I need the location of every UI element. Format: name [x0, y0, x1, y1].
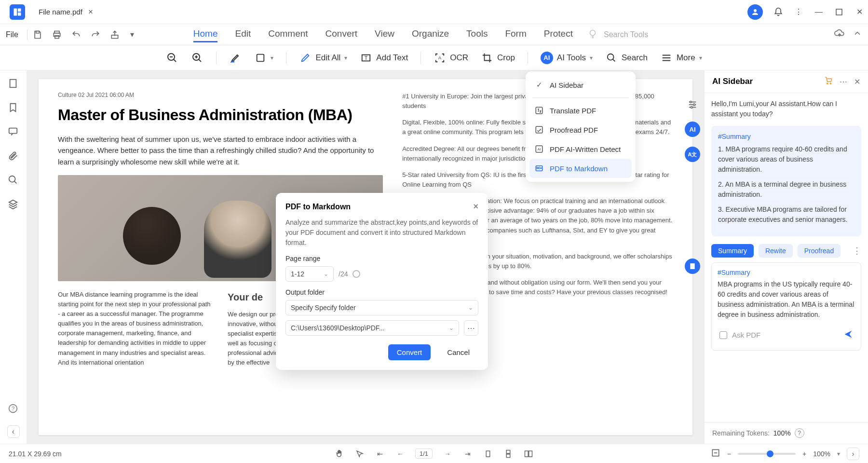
bookmarks-icon[interactable] — [8, 102, 19, 114]
add-text-button[interactable]: TAdd Text — [360, 52, 408, 64]
translate-badge-icon[interactable]: A文 — [685, 147, 700, 162]
ai-tools-button[interactable]: AIAI Tools▾ — [541, 52, 593, 64]
tokens-value: 100% — [773, 429, 791, 437]
next-page-icon[interactable]: → — [442, 449, 453, 459]
hand-tool-icon[interactable] — [334, 449, 345, 459]
crop-button[interactable]: Crop — [481, 52, 515, 64]
share-icon[interactable] — [109, 29, 120, 40]
separator — [528, 52, 528, 64]
tab-organize[interactable]: Organize — [412, 27, 449, 42]
last-page-icon[interactable]: ⇥ — [462, 449, 473, 459]
comments-icon[interactable] — [8, 126, 19, 138]
output-path-select[interactable]: C:\Users\13609\Desktop\PDF...⌄ — [285, 320, 459, 336]
bell-icon[interactable] — [773, 7, 783, 17]
zoom-in-button[interactable] — [191, 52, 203, 64]
separator — [420, 52, 421, 64]
result-tag: #Summary — [718, 269, 855, 276]
ask-label: Ask PDF — [732, 331, 760, 339]
output-mode-select[interactable]: Specify Specify folder⌄ — [285, 300, 478, 315]
continuous-page-icon[interactable] — [503, 449, 514, 459]
menu-detect[interactable]: AIPDF AI-Written Detect — [526, 139, 636, 159]
doc-badge-icon[interactable] — [685, 259, 700, 274]
highlight-button[interactable] — [229, 52, 242, 64]
chip-proofread[interactable]: Proofread — [798, 244, 841, 258]
page-range-select[interactable]: 1-12⌄ — [285, 266, 334, 282]
redo-icon[interactable] — [90, 29, 101, 40]
page-total: /24 — [339, 270, 348, 278]
help-icon[interactable]: ? — [8, 403, 19, 415]
print-icon[interactable] — [52, 29, 62, 40]
translate-icon — [534, 106, 544, 115]
chip-more-icon[interactable]: ⋮ — [853, 245, 861, 256]
ocr-button[interactable]: AOCR — [434, 52, 468, 64]
ask-checkbox[interactable] — [719, 331, 727, 339]
tab-protect[interactable]: Protect — [544, 27, 573, 42]
zoom-dropdown-icon[interactable]: ▾ — [837, 450, 840, 457]
chip-summary[interactable]: Summary — [711, 244, 754, 258]
fit-width-icon[interactable] — [711, 448, 720, 459]
convert-button[interactable]: Convert — [388, 344, 431, 360]
maximize-icon[interactable] — [834, 7, 844, 17]
first-page-icon[interactable]: ⇤ — [375, 449, 385, 459]
user-avatar-icon[interactable] — [747, 4, 763, 20]
collapse-right-icon[interactable]: › — [847, 448, 859, 460]
zoom-out-icon[interactable]: − — [727, 450, 731, 458]
sliders-icon[interactable] — [687, 99, 698, 112]
browse-button[interactable]: ⋯ — [464, 320, 478, 336]
save-icon[interactable] — [32, 29, 43, 40]
single-page-icon[interactable] — [483, 449, 493, 459]
thumbnails-icon[interactable] — [8, 78, 19, 90]
cancel-button[interactable]: Cancel — [438, 344, 478, 360]
select-tool-icon[interactable] — [354, 449, 365, 459]
search-rail-icon[interactable] — [8, 175, 19, 186]
zoom-slider[interactable] — [738, 453, 796, 455]
tab-view[interactable]: View — [375, 27, 394, 42]
minimize-icon[interactable]: — — [814, 7, 824, 17]
tab-comment[interactable]: Comment — [268, 27, 308, 42]
layers-icon[interactable] — [8, 199, 19, 210]
tokens-help-icon[interactable]: ? — [795, 428, 804, 438]
kebab-icon[interactable]: ⋮ — [794, 7, 803, 17]
file-menu[interactable]: File — [6, 30, 18, 39]
menu-ai-sidebar[interactable]: ✓AI Sidebar — [526, 75, 636, 95]
modal-close-icon[interactable]: × — [473, 202, 478, 212]
zoom-in-icon[interactable]: + — [802, 450, 806, 458]
menu-translate[interactable]: Translate PDF — [526, 101, 636, 120]
collapse-left-icon[interactable]: ‹ — [7, 425, 20, 438]
close-sidebar-icon[interactable]: ✕ — [854, 77, 860, 86]
send-icon[interactable] — [843, 329, 853, 340]
zoom-out-button[interactable] — [166, 52, 178, 64]
undo-icon[interactable] — [71, 29, 81, 40]
page-range-radio[interactable] — [353, 270, 360, 278]
edit-all-button[interactable]: Edit All▾ — [299, 52, 347, 64]
menu-proofread[interactable]: Proofread PDF — [526, 120, 636, 139]
more-horiz-icon[interactable]: ⋯ — [840, 77, 847, 86]
lightbulb-icon[interactable] — [587, 28, 598, 41]
file-tab[interactable]: File name.pdf × — [31, 0, 101, 24]
tab-home[interactable]: Home — [193, 27, 218, 42]
tab-convert[interactable]: Convert — [326, 27, 358, 42]
cloud-upload-icon[interactable] — [834, 28, 845, 41]
cart-icon[interactable] — [824, 76, 833, 87]
collapse-ribbon-icon[interactable] — [853, 29, 862, 41]
doc-col1: Our MBA distance learning programme is t… — [58, 290, 213, 368]
shape-button[interactable]: ▾ — [254, 52, 273, 64]
prev-page-icon[interactable]: ← — [395, 449, 406, 459]
ai-badge-icon[interactable]: AI — [685, 122, 700, 137]
page-indicator[interactable]: 1/1 — [415, 449, 433, 459]
two-page-icon[interactable] — [523, 449, 534, 459]
attachments-icon[interactable] — [8, 150, 19, 162]
tab-form[interactable]: Form — [505, 27, 526, 42]
tab-edit[interactable]: Edit — [235, 27, 251, 42]
menu-markdown[interactable]: PDF to Markdown — [529, 159, 632, 178]
tab-tools[interactable]: Tools — [466, 27, 488, 42]
close-window-icon[interactable]: ✕ — [854, 7, 864, 17]
more-button[interactable]: More▾ — [660, 52, 702, 64]
more-qa-icon[interactable]: ▾ — [129, 29, 136, 40]
search-button[interactable]: Search — [605, 52, 648, 64]
chip-rewrite[interactable]: Rewite — [759, 244, 793, 258]
left-rail: ? ‹ — [0, 70, 27, 444]
search-tools-input[interactable]: Search Tools — [604, 30, 648, 39]
zoom-value: 100% — [813, 450, 830, 458]
close-tab-icon[interactable]: × — [88, 7, 93, 17]
